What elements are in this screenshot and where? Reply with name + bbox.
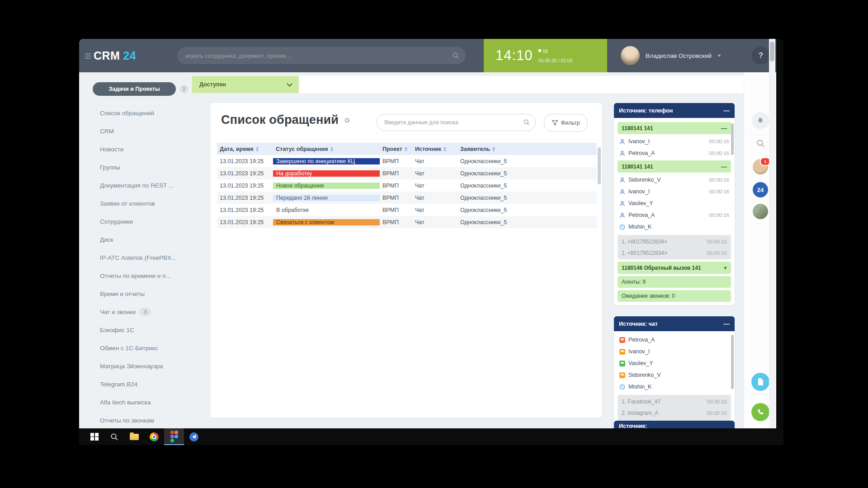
column-header[interactable]: Источник (412, 143, 458, 155)
table-row[interactable]: 13.01.2023 19:25 Передано 2й линии ВРМП … (217, 192, 597, 204)
sidebar-item[interactable]: Отчеты по времени и п... (100, 267, 204, 285)
taskbar-search-button[interactable] (104, 428, 124, 445)
queue-group-header[interactable]: 1180141 141 — (618, 122, 731, 134)
sidebar-item[interactable]: Группы (100, 158, 204, 176)
document-button[interactable] (751, 373, 769, 391)
sidebar-item[interactable]: Документация по REST ... (100, 176, 204, 194)
agent-icon (619, 201, 625, 206)
panel-scrollbar[interactable] (731, 123, 734, 155)
status-badge: Передано 2й линии (273, 195, 380, 201)
cell-status: Новое обращение (273, 179, 380, 192)
sidebar-item[interactable]: CRM (100, 122, 204, 140)
cell-applicant: Одноклассники_5 (458, 204, 597, 216)
toggle-icon[interactable]: + (723, 264, 727, 271)
messenger-icon (189, 432, 198, 441)
agent-icon (619, 150, 625, 156)
call-button[interactable] (751, 403, 769, 421)
table-row[interactable]: 13.01.2023 19:25 На доработку ВРМП Чат О… (217, 167, 597, 179)
sort-icon (405, 147, 407, 151)
table-search-input[interactable] (377, 114, 536, 131)
status-badge: Связаться с клиентом (273, 219, 380, 225)
sidebar-item[interactable]: Чат и звонки 3 (100, 303, 204, 321)
time-tracker-widget[interactable]: 14:10 16 05:45:26 / 02:00 (484, 39, 607, 72)
column-header[interactable]: Дата, время (217, 143, 273, 155)
sidebar-item-label: Список обращений (100, 110, 154, 117)
toggle-icon[interactable]: — (721, 163, 727, 170)
global-search-input[interactable] (177, 47, 466, 64)
sidebar-item[interactable]: Список обращений (100, 104, 204, 122)
chevron-down-icon (287, 81, 292, 87)
sidebar-item-label: IP-АТС Asterisk (FreePBX... (100, 254, 176, 261)
sidebar-item[interactable]: Бэкофис 1С (100, 321, 204, 339)
cell-applicant: Одноклассники_5 (458, 192, 597, 204)
chat-contact-avatar[interactable] (753, 204, 768, 219)
column-header[interactable]: Статус обращения (273, 143, 380, 155)
sidebar-item-label: Alfa Itech выписка (100, 399, 151, 406)
sidebar-item-label: Диск (100, 236, 113, 243)
funnel-icon (552, 120, 558, 126)
phone-panel-header[interactable]: Источник: телефон — (614, 103, 735, 118)
agent-name: Mishin_K (628, 224, 726, 230)
sidebar-item[interactable]: Новости (100, 140, 204, 158)
agent-name: Petrova_A (628, 150, 706, 156)
page-title: Список обращений (221, 113, 339, 127)
team-chat-button[interactable]: 24 (753, 182, 768, 197)
user-menu[interactable]: Владислав Островский (621, 39, 721, 72)
scrollbar-thumb[interactable] (770, 42, 774, 61)
column-header[interactable]: Проект (380, 143, 412, 155)
availability-dropdown[interactable]: Доступен (192, 76, 299, 93)
sidebar-item-label: Документация по REST ... (100, 182, 174, 189)
sidebar-item[interactable]: IP-АТС Asterisk (FreePBX... (100, 249, 204, 267)
gear-icon[interactable] (343, 117, 350, 124)
sidebar-item[interactable]: Обмен с 1С-Битрикс (100, 339, 204, 357)
chat-contact-avatar[interactable]: 3 (753, 159, 768, 174)
filter-button[interactable]: Фильтр (544, 114, 588, 132)
collapse-icon[interactable]: — (723, 322, 730, 326)
sidebar-item[interactable]: Диск (100, 230, 204, 249)
table-row[interactable]: 13.01.2023 19:25 В обработке ВРМП Чат Од… (217, 204, 597, 216)
app-logo[interactable]: CRM 24 (94, 39, 136, 72)
chat-source-panel: Источник: чат — Petrova_A Ivanov_I Vasil… (614, 316, 735, 428)
menu-icon[interactable] (85, 53, 91, 59)
help-button[interactable]: ? (752, 47, 770, 65)
browser-scrollbar[interactable] (769, 39, 775, 428)
agent-row: Petrova_A (618, 334, 731, 346)
column-header[interactable]: Заявитель (458, 143, 597, 155)
cell-date: 13.01.2023 19:25 (217, 167, 273, 179)
file-explorer-button[interactable] (124, 428, 144, 445)
sidebar-menu: Список обращений CRM Новости Группы Доку… (100, 104, 204, 428)
notifications-button[interactable] (752, 112, 769, 129)
status-badge: Новое обращение (273, 183, 380, 189)
collapse-icon[interactable]: — (723, 108, 730, 113)
toggle-icon[interactable]: — (721, 125, 727, 131)
chat-panel-header[interactable]: Источник: чат — (614, 316, 735, 331)
logo-text: CRM (94, 49, 120, 62)
sidebar-item[interactable]: Telegram.B24 (100, 375, 204, 393)
agent-time: 00:00:16 (709, 212, 729, 218)
next-source-panel-header[interactable]: Источник: (614, 421, 735, 428)
agent-row: Petrova_A 00:00:16 (618, 147, 731, 159)
sidebar-item[interactable]: Матрица Эйзенхауэра (100, 357, 204, 375)
sidebar-item[interactable]: Сотрудники (100, 212, 204, 230)
panel-scrollbar[interactable] (731, 335, 734, 389)
sidebar-item[interactable]: Заявки от клиентов (100, 194, 204, 212)
agent-time: 00:00:16 (709, 150, 729, 156)
sidebar-item[interactable]: Отчеты по звонкам (100, 411, 204, 428)
cell-date: 13.01.2023 19:25 (217, 179, 273, 192)
chrome-button[interactable] (144, 428, 164, 445)
queue-group-header[interactable]: 1180146 Обратный вызов 141 + (618, 262, 731, 274)
sidebar-item[interactable]: Alfa Itech выписка (100, 393, 204, 411)
start-button[interactable] (85, 428, 104, 445)
rail-search-button[interactable] (754, 136, 767, 150)
sidebar-item[interactable]: Время и отчеты (100, 285, 204, 303)
worked-time: 05:45:26 / 02:00 (538, 58, 573, 63)
sidebar-item-active[interactable]: Задачи и Проекты (93, 82, 176, 96)
table-row[interactable]: 13.01.2023 19:25 Завершено по инициативе… (217, 155, 597, 167)
table-row[interactable]: 13.01.2023 19:25 Связаться с клиентом ВР… (217, 216, 597, 228)
messenger-button[interactable] (184, 428, 204, 445)
table-scrollbar[interactable] (598, 147, 601, 184)
queue-group-header[interactable]: 1180141 141 — (618, 160, 731, 173)
table-row[interactable]: 13.01.2023 19:25 Новое обращение ВРМП Ча… (217, 179, 597, 192)
figma-button[interactable] (164, 428, 184, 445)
agent-row: Petrova_A 00:00:16 (618, 209, 731, 221)
